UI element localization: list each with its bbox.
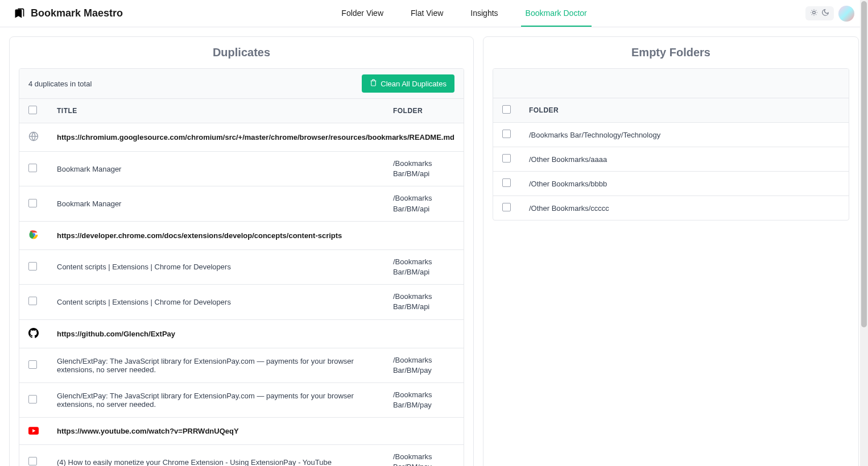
chrome-icon — [28, 230, 39, 240]
empty-folder-item: /Other Bookmarks/bbbb — [493, 172, 849, 196]
item-title: (4) How to easily monetize your Chrome E… — [48, 445, 384, 466]
duplicate-item: Bookmark Manager /Bookmarks Bar/BM/api — [19, 186, 464, 221]
item-title: Bookmark Manager — [48, 186, 384, 221]
duplicates-panel: Duplicates 4 duplicates in total Clean A… — [9, 36, 474, 466]
item-folder: /Bookmarks Bar/BM/api — [384, 186, 464, 221]
folder-path: /Other Bookmarks/aaaa — [520, 147, 849, 172]
tab-folder-view[interactable]: Folder View — [337, 1, 388, 27]
item-checkbox[interactable] — [28, 164, 37, 172]
globe-icon — [28, 131, 39, 142]
duplicate-item: (4) How to easily monetize your Chrome E… — [19, 445, 464, 466]
group-url: https://developer.chrome.com/docs/extens… — [48, 221, 464, 249]
main-content: Duplicates 4 duplicates in total Clean A… — [0, 27, 868, 466]
item-title: Content scripts | Extensions | Chrome fo… — [48, 285, 384, 319]
duplicate-group: https://chromium.googlesource.com/chromi… — [19, 123, 464, 152]
empty-folder-item: /Other Bookmarks/ccccc — [493, 196, 849, 220]
app-title: Bookmark Maestro — [31, 7, 123, 19]
folder-path: /Other Bookmarks/bbbb — [520, 172, 849, 196]
duplicate-item: Content scripts | Extensions | Chrome fo… — [19, 285, 464, 319]
header-right — [805, 6, 854, 22]
duplicates-title: Duplicates — [19, 46, 464, 59]
item-checkbox[interactable] — [28, 360, 37, 369]
item-checkbox[interactable] — [28, 297, 37, 305]
nav-tabs: Folder View Flat View Insights Bookmark … — [337, 6, 591, 21]
empty-folders-header-row: FOLDER — [493, 98, 849, 123]
trash-icon — [370, 79, 377, 88]
duplicate-item: Glench/ExtPay: The JavaScript library fo… — [19, 382, 464, 417]
item-title: Content scripts | Extensions | Chrome fo… — [48, 249, 384, 284]
duplicates-table: TITLE FOLDER https://chromium.googlesour… — [19, 99, 464, 466]
item-folder: /Bookmarks Bar/BM/api — [384, 152, 464, 186]
item-checkbox[interactable] — [28, 457, 37, 465]
item-title: Bookmark Manager — [48, 152, 384, 186]
tab-flat-view[interactable]: Flat View — [406, 1, 448, 27]
duplicates-table-container: 4 duplicates in total Clean All Duplicat… — [19, 68, 464, 466]
item-checkbox[interactable] — [28, 199, 37, 207]
folder-checkbox[interactable] — [502, 154, 511, 163]
folder-checkbox[interactable] — [502, 203, 511, 211]
avatar[interactable] — [838, 6, 854, 22]
github-icon — [28, 328, 39, 338]
item-title: Glench/ExtPay: The JavaScript library fo… — [48, 348, 384, 382]
svg-point-0 — [813, 11, 816, 14]
duplicates-toolbar: 4 duplicates in total Clean All Duplicat… — [19, 69, 464, 99]
sun-icon — [810, 9, 818, 18]
folder-checkbox[interactable] — [502, 178, 511, 187]
folder-path: /Bookmarks Bar/Technology/Technology — [520, 123, 849, 147]
empty-folders-table-container: FOLDER /Bookmarks Bar/Technology/Technol… — [493, 68, 849, 220]
item-folder: /Bookmarks Bar/BM/api — [384, 249, 464, 284]
duplicate-group: https://github.com/Glench/ExtPay — [19, 319, 464, 348]
empty-folder-item: /Other Bookmarks/aaaa — [493, 147, 849, 172]
duplicate-group: https://www.youtube.com/watch?v=PRRWdnUQ… — [19, 418, 464, 445]
tab-insights[interactable]: Insights — [466, 1, 502, 27]
group-url: https://github.com/Glench/ExtPay — [48, 319, 464, 348]
duplicate-item: Bookmark Manager /Bookmarks Bar/BM/api — [19, 152, 464, 186]
item-folder: /Bookmarks Bar/BM/api — [384, 285, 464, 319]
tab-bookmark-doctor[interactable]: Bookmark Doctor — [521, 1, 592, 27]
select-all-checkbox[interactable] — [28, 106, 37, 114]
col-folder: FOLDER — [384, 99, 464, 123]
empty-folders-title: Empty Folders — [493, 46, 849, 59]
item-checkbox[interactable] — [28, 262, 37, 271]
duplicate-item: Content scripts | Extensions | Chrome fo… — [19, 249, 464, 284]
clean-all-label: Clean All Duplicates — [381, 80, 447, 88]
duplicates-header-row: TITLE FOLDER — [19, 99, 464, 123]
youtube-icon — [28, 426, 39, 436]
header-left: Bookmark Maestro — [14, 7, 123, 19]
col-title: TITLE — [48, 99, 384, 123]
item-checkbox[interactable] — [28, 395, 37, 403]
duplicates-summary: 4 duplicates in total — [28, 80, 92, 88]
clean-all-button[interactable]: Clean All Duplicates — [362, 74, 454, 93]
scrollbar-thumb[interactable] — [861, 1, 867, 327]
folder-checkbox[interactable] — [502, 130, 511, 138]
col-folder: FOLDER — [520, 98, 849, 123]
item-folder: /Bookmarks Bar/BM/pay — [384, 348, 464, 382]
group-url: https://www.youtube.com/watch?v=PRRWdnUQ… — [48, 418, 464, 445]
duplicate-item: Glench/ExtPay: The JavaScript library fo… — [19, 348, 464, 382]
folder-path: /Other Bookmarks/ccccc — [520, 196, 849, 220]
group-url: https://chromium.googlesource.com/chromi… — [48, 123, 464, 152]
moon-icon — [821, 9, 829, 18]
empty-folders-table: FOLDER /Bookmarks Bar/Technology/Technol… — [493, 98, 849, 220]
vertical-scrollbar[interactable] — [860, 0, 868, 466]
empty-folder-item: /Bookmarks Bar/Technology/Technology — [493, 123, 849, 147]
empty-folders-panel: Empty Folders FOLDER /Bookmarks Bar/Tech… — [483, 36, 859, 466]
duplicate-group: https://developer.chrome.com/docs/extens… — [19, 221, 464, 249]
app-header: Bookmark Maestro Folder View Flat View I… — [0, 0, 868, 27]
theme-toggle[interactable] — [805, 6, 834, 20]
select-all-folders-checkbox[interactable] — [502, 105, 511, 114]
item-folder: /Bookmarks Bar/BM/pay — [384, 382, 464, 417]
item-title: Glench/ExtPay: The JavaScript library fo… — [48, 382, 384, 417]
logo-icon — [14, 8, 25, 19]
empty-folders-toolbar — [493, 69, 849, 98]
item-folder: /Bookmarks Bar/BM/pay — [384, 445, 464, 466]
